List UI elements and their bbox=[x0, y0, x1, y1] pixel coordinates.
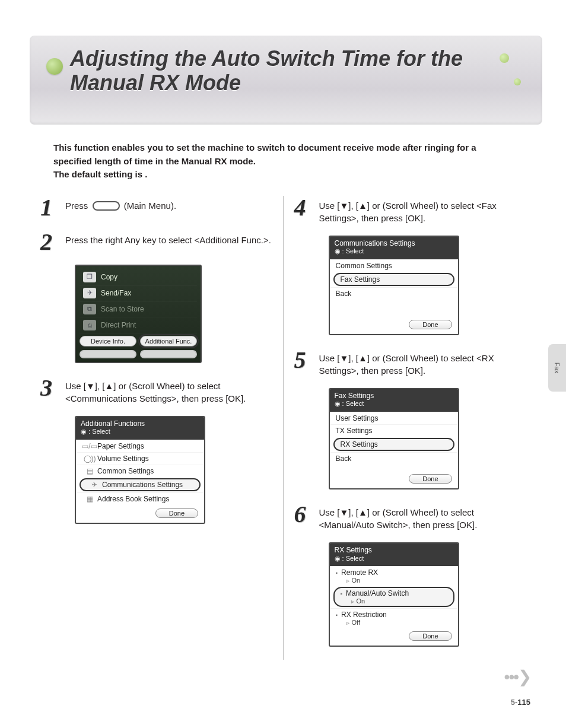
lcd-subtitle: ◉ : Select bbox=[335, 555, 453, 562]
lcd-titlebar: Communications Settings ◉ : Select bbox=[330, 237, 458, 259]
lcd-title: Fax Settings bbox=[335, 392, 453, 400]
comm-settings-icon: ✈ bbox=[87, 481, 102, 489]
scan-icon: ⧉ bbox=[83, 304, 96, 314]
step-3: 3 Use [▼], [▲] or (Scroll Wheel) to sele… bbox=[40, 376, 272, 406]
lcd-title: Communications Settings bbox=[335, 239, 453, 247]
list-item: Remote RX On bbox=[330, 566, 458, 586]
softkey-additional-func: Additional Func. bbox=[140, 336, 197, 346]
menu-item-label: Send/Fax bbox=[101, 289, 131, 297]
list-item: ▭/▭Paper Settings bbox=[76, 440, 204, 452]
print-icon: ⎙ bbox=[83, 320, 96, 330]
step-text: Press (Main Menu). bbox=[65, 196, 272, 212]
done-button: Done bbox=[155, 508, 198, 518]
lcd-title: RX Settings bbox=[335, 546, 453, 554]
done-button: Done bbox=[409, 320, 451, 329]
list-item-selected: ✈Communications Settings bbox=[80, 478, 201, 491]
volume-icon: ◯)) bbox=[82, 454, 97, 463]
continue-arrow-icon: •••❯ bbox=[504, 667, 530, 686]
list-item: ▦Address Book Settings bbox=[76, 492, 204, 505]
step-text-fragment: (Main Menu). bbox=[122, 201, 177, 211]
step-number: 1 bbox=[40, 196, 65, 220]
list-item: Back bbox=[330, 452, 458, 465]
step-6: 6 Use [▼], [▲] or (Scroll Wheel) to sele… bbox=[294, 503, 526, 532]
list-item-value: Off bbox=[336, 619, 452, 626]
list-item-selected: Manual/Auto Switch On bbox=[333, 587, 454, 607]
list-item-value: On bbox=[336, 577, 452, 584]
list-item-label: Address Book Settings bbox=[97, 495, 169, 503]
list-item-label: Remote RX bbox=[336, 568, 452, 577]
copy-icon: ❐ bbox=[83, 272, 96, 282]
lcd-subtitle: ◉ : Select bbox=[81, 428, 199, 435]
step-4: 4 Use [▼], [▲] or (Scroll Wheel) to sele… bbox=[294, 196, 526, 225]
list-item: Back bbox=[330, 287, 458, 300]
softkey-device-info: Device Info. bbox=[80, 336, 136, 346]
done-button: Done bbox=[409, 474, 451, 484]
step-5: 5 Use [▼], [▲] or (Scroll Wheel) to sele… bbox=[294, 348, 526, 378]
step-1: 1 Press (Main Menu). bbox=[40, 196, 272, 220]
list-item-selected: RX Settings bbox=[333, 438, 454, 451]
side-tab-fax: Fax bbox=[548, 344, 566, 392]
list-item-value: On bbox=[341, 597, 447, 605]
step-text: Use [▼], [▲] or (Scroll Wheel) to select… bbox=[319, 348, 526, 378]
figure-rx-settings: RX Settings ◉ : Select Remote RX On Manu… bbox=[329, 542, 459, 647]
menu-item-copy: ❐ Copy bbox=[80, 269, 197, 285]
figure-main-menu: ❐ Copy ✈ Send/Fax ⧉ Scan to Store ⎙ Dire… bbox=[75, 265, 202, 363]
step-number: 5 bbox=[294, 348, 319, 372]
step-number: 2 bbox=[40, 230, 65, 254]
send-fax-icon: ✈ bbox=[83, 288, 96, 298]
list-item-label: Paper Settings bbox=[97, 442, 144, 450]
lcd-titlebar: Additional Functions ◉ : Select bbox=[76, 417, 204, 440]
figure-additional-functions: Additional Functions ◉ : Select ▭/▭Paper… bbox=[75, 416, 205, 524]
menu-item-label: Scan to Store bbox=[101, 305, 144, 313]
list-item: User Settings bbox=[330, 412, 458, 424]
lcd-subtitle: ◉ : Select bbox=[335, 400, 453, 408]
any-key-right-icon bbox=[140, 350, 197, 358]
list-item-selected: Fax Settings bbox=[333, 273, 454, 286]
list-item-label: Manual/Auto Switch bbox=[341, 589, 447, 597]
list-item-label: RX Restriction bbox=[336, 611, 452, 619]
step-number: 6 bbox=[294, 503, 319, 526]
step-text: Use [▼], [▲] or (Scroll Wheel) to select… bbox=[65, 376, 272, 406]
step-text-fragment: Press bbox=[65, 201, 91, 211]
menu-item-label: Copy bbox=[101, 273, 117, 281]
header-accent-dot-icon bbox=[500, 53, 509, 63]
list-item: TX Settings bbox=[330, 424, 458, 437]
intro-text: This function enables you to set the mac… bbox=[53, 141, 513, 182]
page-title: Adjusting the Auto Switch Time for the M… bbox=[70, 46, 489, 96]
list-item: RX Restriction Off bbox=[330, 608, 458, 628]
lcd-titlebar: Fax Settings ◉ : Select bbox=[330, 389, 458, 412]
step-text: Use [▼], [▲] or (Scroll Wheel) to select… bbox=[319, 196, 526, 225]
list-item-label: Communications Settings bbox=[102, 481, 183, 489]
menu-item-scan-to-store: ⧉ Scan to Store bbox=[80, 301, 197, 317]
step-text: Use [▼], [▲] or (Scroll Wheel) to select… bbox=[319, 503, 526, 532]
menu-item-label: Direct Print bbox=[101, 321, 136, 329]
any-key-left-icon bbox=[80, 350, 136, 358]
section-number: 5- bbox=[511, 698, 518, 707]
done-button: Done bbox=[409, 631, 451, 641]
header-bullet-icon bbox=[46, 58, 63, 75]
step-number: 3 bbox=[40, 376, 65, 400]
menu-item-direct-print: ⎙ Direct Print bbox=[80, 317, 197, 333]
figure-communications-settings: Communications Settings ◉ : Select Commo… bbox=[329, 236, 459, 335]
list-item: Common Settings bbox=[330, 259, 458, 272]
step-2: 2 Press the right Any key to select <Add… bbox=[40, 230, 272, 254]
figure-fax-settings: Fax Settings ◉ : Select User Settings TX… bbox=[329, 388, 459, 489]
lcd-titlebar: RX Settings ◉ : Select bbox=[330, 543, 458, 566]
main-menu-button-icon bbox=[93, 201, 120, 211]
page-header: Adjusting the Auto Switch Time for the M… bbox=[30, 36, 542, 125]
menu-item-send-fax: ✈ Send/Fax bbox=[80, 285, 197, 301]
list-item: ◯))Volume Settings bbox=[76, 452, 204, 465]
step-text: Press the right Any key to select <Addit… bbox=[65, 230, 272, 247]
list-item: ▤Common Settings bbox=[76, 465, 204, 477]
header-accent-dot-icon bbox=[514, 78, 521, 85]
lcd-subtitle: ◉ : Select bbox=[335, 247, 453, 255]
paper-settings-icon: ▭/▭ bbox=[82, 442, 97, 450]
side-tab-label: Fax bbox=[554, 363, 561, 373]
lcd-title: Additional Functions bbox=[81, 419, 199, 428]
list-item-label: Common Settings bbox=[97, 467, 154, 475]
step-number: 4 bbox=[294, 196, 319, 220]
page-number-value: 115 bbox=[517, 698, 530, 707]
page-number: 5-115 bbox=[511, 698, 530, 707]
common-settings-icon: ▤ bbox=[82, 467, 97, 475]
list-item-label: Volume Settings bbox=[97, 454, 149, 463]
